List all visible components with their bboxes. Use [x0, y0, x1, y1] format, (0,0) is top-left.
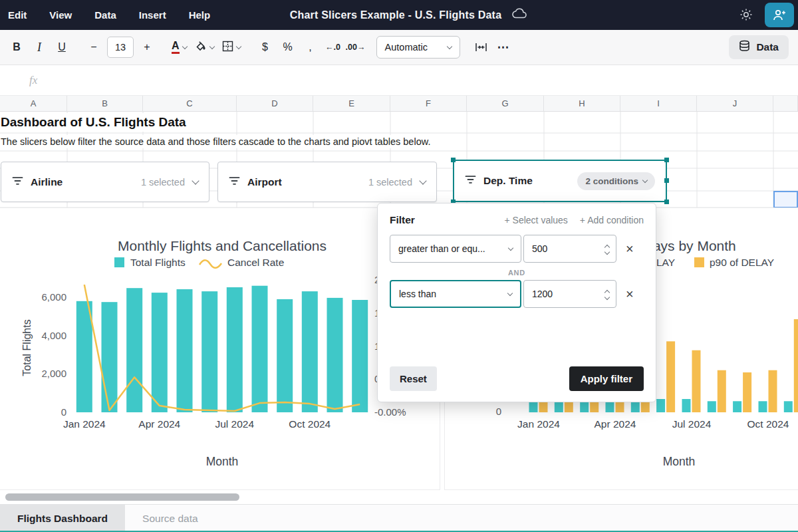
- condition-value-input[interactable]: [531, 288, 593, 300]
- font-size-increase-button[interactable]: +: [137, 37, 157, 58]
- svg-text:-0.00%: -0.00%: [374, 406, 406, 418]
- column-header-F[interactable]: F: [390, 96, 467, 111]
- svg-text:p90 of DELAY: p90 of DELAY: [710, 257, 774, 268]
- svg-text:Jan 2024: Jan 2024: [517, 418, 560, 430]
- text-color-icon: A: [172, 41, 180, 54]
- select-values-link[interactable]: + Select values: [505, 215, 568, 225]
- decrease-decimals-icon[interactable]: ←.0: [323, 37, 343, 58]
- column-header-J[interactable]: J: [697, 96, 773, 111]
- spreadsheet-app: Chart Slicers Example - U.S. Flights Dat…: [0, 0, 798, 532]
- column-header-I[interactable]: I: [620, 96, 697, 111]
- svg-text:Total Flights: Total Flights: [130, 257, 186, 268]
- svg-text:Jan 2024: Jan 2024: [63, 418, 106, 430]
- remove-condition-button[interactable]: ×: [626, 287, 634, 301]
- data-panel-button[interactable]: Data: [729, 35, 789, 59]
- chevron-down-icon: [447, 43, 452, 49]
- underline-button[interactable]: U: [52, 37, 72, 58]
- tab-source-data[interactable]: Source data: [125, 505, 215, 532]
- sheet-heading: Dashboard of U.S. Flights Data: [0, 113, 193, 132]
- slicer-dep-time[interactable]: Dep. Time 2 conditions: [453, 160, 667, 202]
- italic-button[interactable]: I: [29, 37, 49, 58]
- slicer-label: Airline: [31, 176, 63, 188]
- data-panel-label: Data: [756, 41, 779, 53]
- borders-button[interactable]: [222, 41, 241, 55]
- svg-text:Oct 2024: Oct 2024: [747, 418, 789, 430]
- column-header-E[interactable]: E: [313, 96, 390, 111]
- column-header-H[interactable]: H: [544, 96, 620, 111]
- condition-value-input[interactable]: [531, 243, 593, 255]
- column-header-A[interactable]: A: [0, 96, 67, 111]
- column-header-B[interactable]: B: [67, 96, 143, 111]
- remove-condition-button[interactable]: ×: [626, 242, 634, 255]
- paint-bucket-icon: [195, 41, 207, 55]
- operator-dropdown[interactable]: greater than or equ...: [390, 235, 521, 263]
- thousands-separator-button[interactable]: ,: [301, 37, 321, 58]
- operator-value: greater than or equ...: [398, 243, 509, 254]
- currency-format-button[interactable]: $: [255, 37, 275, 58]
- column-headers: ABCDEFGHIJ: [0, 95, 798, 112]
- operator-dropdown[interactable]: less than: [390, 280, 521, 308]
- menu-items: EditViewDataInsertHelp: [8, 9, 210, 21]
- condition-value-field[interactable]: [523, 235, 616, 263]
- slicer-airline[interactable]: Airline 1 selected: [1, 162, 209, 202]
- merge-cells-icon[interactable]: [471, 37, 491, 58]
- svg-text:2,000: 2,000: [41, 368, 66, 379]
- theme-toggle-icon[interactable]: [739, 8, 753, 24]
- column-header-partial[interactable]: [773, 96, 798, 111]
- svg-text:Month: Month: [206, 455, 239, 468]
- svg-text:Apr 2024: Apr 2024: [138, 418, 180, 430]
- slicer-airport[interactable]: Airport 1 selected: [217, 162, 437, 202]
- format-toolbar: B I U − 13 + A: [0, 30, 798, 65]
- tab-flights-dashboard[interactable]: Flights Dashboard: [0, 505, 125, 532]
- share-button[interactable]: [765, 3, 794, 27]
- chevron-down-icon: [604, 249, 610, 254]
- fill-color-button[interactable]: [195, 41, 214, 55]
- chevron-down-icon: [419, 177, 426, 184]
- monthly-flights-cancellations-chart[interactable]: Monthly Flights and CancellationsTotal F…: [0, 226, 442, 492]
- slicer-value: 1 selected: [368, 177, 412, 188]
- number-stepper[interactable]: [605, 289, 609, 299]
- menu-data[interactable]: Data: [94, 9, 116, 21]
- svg-text:Jul 2024: Jul 2024: [672, 418, 712, 430]
- horizontal-scrollbar-thumb[interactable]: [5, 493, 239, 501]
- svg-text:6,000: 6,000: [41, 291, 66, 303]
- percent-format-button[interactable]: %: [278, 37, 298, 58]
- bold-button[interactable]: B: [7, 37, 27, 58]
- text-color-button[interactable]: A: [172, 41, 187, 54]
- slicer-label: Dep. Time: [483, 175, 533, 187]
- font-size-decrease-button[interactable]: −: [84, 37, 104, 58]
- condition-row: greater than or equ... ×: [378, 235, 656, 263]
- fx-label: fx: [29, 74, 37, 87]
- reset-button[interactable]: Reset: [390, 366, 437, 391]
- font-size-value[interactable]: 13: [107, 37, 134, 58]
- menu-edit[interactable]: Edit: [8, 9, 27, 21]
- condition-value-field[interactable]: [523, 280, 616, 308]
- document-title: Chart Slicers Example - U.S. Flights Dat…: [290, 9, 502, 21]
- slicer-resize-handle: [451, 158, 456, 162]
- formula-bar[interactable]: fx: [0, 65, 798, 96]
- column-header-D[interactable]: D: [237, 96, 313, 111]
- apply-filter-button[interactable]: Apply filter: [569, 366, 644, 391]
- svg-text:0: 0: [61, 406, 66, 418]
- column-header-C[interactable]: C: [143, 96, 237, 111]
- and-connector-label: AND: [378, 269, 656, 277]
- number-stepper[interactable]: [605, 244, 609, 254]
- menu-view[interactable]: View: [49, 9, 72, 21]
- add-condition-link[interactable]: + Add condition: [580, 215, 644, 225]
- conditions-badge[interactable]: 2 conditions: [577, 172, 655, 190]
- cloud-sync-icon: [512, 8, 528, 22]
- column-header-G[interactable]: G: [467, 96, 544, 111]
- svg-text:Monthly Flights and Cancellati: Monthly Flights and Cancellations: [118, 238, 327, 253]
- number-format-value: Automatic: [385, 42, 428, 53]
- operator-value: less than: [399, 289, 508, 299]
- chevron-down-icon: [604, 294, 610, 299]
- menu-help[interactable]: Help: [189, 9, 211, 21]
- menu-insert[interactable]: Insert: [139, 9, 166, 21]
- selected-cell[interactable]: [773, 191, 798, 208]
- sheet-subheading: The slicers below filter the source data…: [0, 135, 437, 148]
- more-options-button[interactable]: ⋯: [493, 37, 513, 58]
- increase-decimals-icon[interactable]: .00→: [346, 37, 366, 58]
- database-icon: [739, 40, 750, 55]
- number-format-dropdown[interactable]: Automatic: [376, 36, 460, 59]
- svg-text:Jul 2024: Jul 2024: [215, 418, 254, 430]
